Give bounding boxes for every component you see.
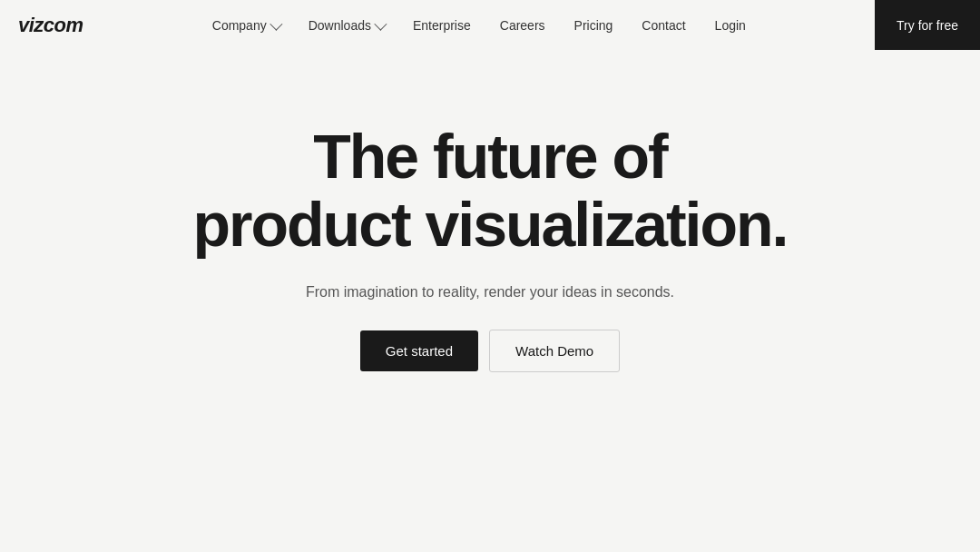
try-for-free-button[interactable]: Try for free xyxy=(875,0,980,50)
nav-link-careers[interactable]: Careers xyxy=(485,0,560,50)
hero-subtitle: From imagination to reality, render your… xyxy=(306,284,674,301)
nav-link-login[interactable]: Login xyxy=(701,0,760,50)
nav-link-pricing[interactable]: Pricing xyxy=(560,0,628,50)
logo-text: vizcom xyxy=(18,14,83,37)
nav-link-contact[interactable]: Contact xyxy=(627,0,700,50)
hero-title: The future of product visualization. xyxy=(193,123,788,259)
nav-link-enterprise[interactable]: Enterprise xyxy=(398,0,485,50)
hero-buttons: Get started Watch Demo xyxy=(360,330,620,372)
chevron-down-icon xyxy=(374,17,387,30)
chevron-down-icon xyxy=(270,17,282,30)
navbar: vizcom Company Downloads Enterprise Care… xyxy=(0,0,980,50)
logo[interactable]: vizcom xyxy=(18,14,83,37)
nav-link-downloads[interactable]: Downloads xyxy=(294,0,398,50)
get-started-button[interactable]: Get started xyxy=(360,330,478,371)
watch-demo-button[interactable]: Watch Demo xyxy=(489,330,620,372)
nav-link-company[interactable]: Company xyxy=(198,0,294,50)
hero-section: The future of product visualization. Fro… xyxy=(0,50,980,372)
nav-links: Company Downloads Enterprise Careers Pri… xyxy=(198,0,760,50)
